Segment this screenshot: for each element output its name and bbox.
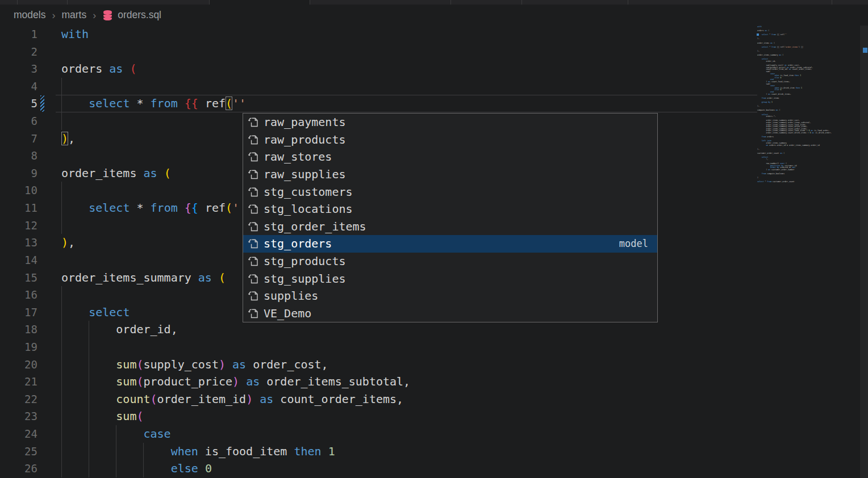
suggestion-item-selected[interactable]: stg_ordersmodel bbox=[243, 235, 657, 253]
breadcrumb-item-marts[interactable]: marts bbox=[61, 9, 86, 21]
line-number[interactable]: 6 bbox=[0, 112, 37, 130]
suggestion-label: stg_products bbox=[264, 254, 346, 268]
line-number[interactable]: 8 bbox=[0, 147, 37, 165]
code-line[interactable]: 19 bbox=[0, 338, 868, 356]
code-text: sum(supply_cost) as order_cost, bbox=[61, 356, 328, 374]
suggestion-detail: model bbox=[619, 238, 648, 249]
line-number[interactable]: 3 bbox=[0, 60, 37, 78]
suggestion-label: stg_supplies bbox=[264, 272, 346, 286]
suggestion-item[interactable]: raw_stores bbox=[243, 148, 657, 166]
code-text: order_items_summary as ( bbox=[61, 269, 226, 287]
tab-separator bbox=[521, 0, 522, 5]
line-number[interactable]: 19 bbox=[0, 338, 37, 356]
line-number[interactable]: 11 bbox=[0, 199, 37, 217]
code-text: select * from {{ ref('' bbox=[61, 95, 246, 112]
tab-separator bbox=[310, 0, 310, 5]
breadcrumb-item-file[interactable]: orders.sql bbox=[118, 9, 161, 21]
chevron-right-icon: › bbox=[93, 10, 96, 20]
code-line[interactable]: 21 sum(product_price) as order_items_sub… bbox=[0, 373, 868, 391]
suggestion-item[interactable]: stg_products bbox=[243, 253, 657, 270]
code-text: select * from {{ ref(' bbox=[61, 199, 239, 217]
suggestion-item[interactable]: raw_products bbox=[243, 131, 657, 149]
code-text: ), bbox=[61, 234, 75, 251]
indent-guide bbox=[61, 286, 62, 304]
code-line[interactable]: 20 sum(supply_cost) as order_cost, bbox=[0, 356, 868, 374]
suggestion-label: stg_order_items bbox=[264, 220, 366, 233]
line-number[interactable]: 22 bbox=[0, 391, 37, 408]
code-line[interactable]: 1with bbox=[0, 26, 868, 43]
active-tab[interactable] bbox=[209, 0, 310, 5]
code-line[interactable]: 5 select * from {{ ref('' bbox=[0, 95, 868, 112]
overview-ruler-modified-mark bbox=[863, 48, 867, 53]
code-line[interactable]: 22 count(order_item_id) as count_order_i… bbox=[0, 391, 868, 408]
suggestion-item[interactable]: raw_payments bbox=[243, 114, 657, 131]
line-number[interactable]: 20 bbox=[0, 356, 37, 374]
line-number[interactable]: 9 bbox=[0, 165, 37, 182]
line-number[interactable]: 15 bbox=[0, 269, 37, 287]
snippet-icon bbox=[248, 203, 259, 215]
snippet-icon bbox=[248, 255, 259, 267]
code-text: ), bbox=[61, 130, 75, 148]
snippet-icon bbox=[248, 290, 259, 301]
vertical-scrollbar[interactable] bbox=[860, 26, 868, 478]
line-number[interactable]: 1 bbox=[0, 26, 37, 43]
code-text: order_items as ( bbox=[61, 165, 171, 182]
line-number[interactable]: 16 bbox=[0, 286, 37, 304]
code-line[interactable]: 24 case bbox=[0, 425, 868, 443]
line-number[interactable]: 4 bbox=[0, 78, 37, 95]
code-text: with bbox=[61, 26, 89, 43]
code-line[interactable]: 26 else 0 bbox=[0, 460, 868, 477]
line-number[interactable]: 10 bbox=[0, 182, 37, 199]
line-number[interactable]: 21 bbox=[0, 373, 37, 391]
line-number[interactable]: 13 bbox=[0, 234, 37, 251]
snippet-icon bbox=[248, 169, 259, 180]
line-number[interactable]: 25 bbox=[0, 443, 37, 460]
code-text: case bbox=[61, 425, 171, 443]
code-text: when is_food_item then 1 bbox=[61, 443, 335, 460]
line-number[interactable]: 23 bbox=[0, 408, 37, 425]
suggestion-item[interactable]: stg_order_items bbox=[243, 218, 657, 236]
snippet-icon bbox=[248, 273, 259, 284]
line-number[interactable]: 26 bbox=[0, 460, 37, 477]
indent-guide bbox=[61, 217, 62, 234]
suggestion-item[interactable]: stg_supplies bbox=[243, 270, 657, 287]
code-line[interactable]: 23 sum( bbox=[0, 408, 868, 425]
code-line[interactable]: 4 bbox=[0, 78, 868, 95]
code-text: count(order_item_id) as count_order_item… bbox=[61, 391, 403, 408]
tab-separator bbox=[209, 0, 210, 5]
suggestion-item[interactable]: VE_Demo bbox=[243, 305, 657, 322]
snippet-icon bbox=[248, 238, 259, 249]
indent-guide bbox=[61, 112, 62, 130]
indent-guide bbox=[61, 182, 62, 199]
suggestion-label: supplies bbox=[264, 289, 318, 303]
line-number[interactable]: 5 bbox=[0, 95, 37, 112]
code-line[interactable]: 3orders as ( bbox=[0, 60, 868, 78]
suggestion-item[interactable]: raw_supplies bbox=[243, 166, 657, 183]
code-text: orders as ( bbox=[61, 60, 136, 78]
code-line[interactable]: 25 when is_food_item then 1 bbox=[0, 443, 868, 460]
suggestion-label: raw_supplies bbox=[264, 167, 346, 181]
line-number[interactable]: 2 bbox=[0, 43, 37, 61]
code-text: select bbox=[61, 304, 130, 321]
line-number[interactable]: 14 bbox=[0, 251, 37, 269]
suggestion-item[interactable]: stg_customers bbox=[243, 183, 657, 200]
line-number[interactable]: 7 bbox=[0, 130, 37, 148]
line-number[interactable]: 24 bbox=[0, 425, 37, 443]
code-line[interactable]: 2 bbox=[0, 43, 868, 61]
tab-bar[interactable] bbox=[0, 0, 868, 5]
line-number[interactable]: 17 bbox=[0, 304, 37, 321]
indent-guide bbox=[61, 78, 62, 95]
line-number[interactable]: 18 bbox=[0, 321, 37, 338]
suggestion-label: raw_payments bbox=[264, 115, 346, 129]
code-line[interactable]: 18 order_id, bbox=[0, 321, 868, 338]
snippet-icon bbox=[248, 221, 259, 232]
breadcrumb-item-models[interactable]: models bbox=[14, 9, 45, 21]
snippet-icon bbox=[248, 151, 259, 162]
tab-separator bbox=[450, 0, 451, 5]
line-number[interactable]: 12 bbox=[0, 217, 37, 234]
suggestion-item[interactable]: supplies bbox=[243, 287, 657, 305]
suggestion-item[interactable]: stg_locations bbox=[243, 200, 657, 218]
minimap[interactable]: with orders as ( select * from {{ ref(''… bbox=[757, 26, 860, 366]
suggestion-label: stg_customers bbox=[264, 185, 353, 199]
breadcrumb: models › marts › orders.sql bbox=[0, 5, 868, 26]
